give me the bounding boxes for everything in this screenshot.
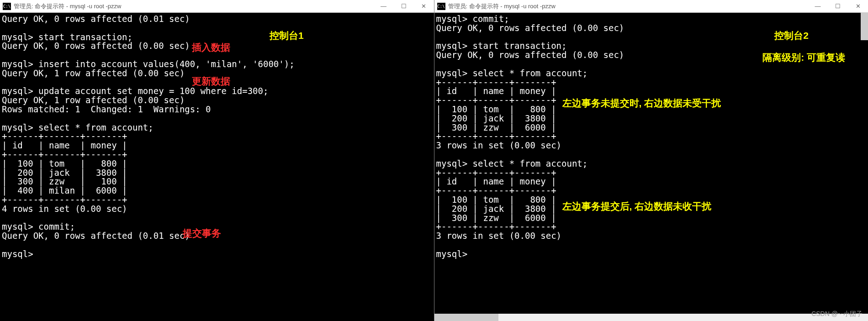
close-button[interactable]: ✕ (414, 0, 434, 13)
terminal-window-right: C:\ 管理员: 命令提示符 - mysql -u root -pzzw — ☐… (434, 0, 868, 321)
window-title: 管理员: 命令提示符 - mysql -u root -pzzw (14, 2, 374, 11)
annotation-after-commit: 左边事务提交后, 右边数据未收干扰 (562, 200, 712, 213)
window-title: 管理员: 命令提示符 - mysql -u root -pzzw (448, 2, 808, 11)
terminal-output-left[interactable]: Query OK, 0 rows affected (0.01 sec) mys… (0, 13, 434, 321)
scrollbar-vertical[interactable] (861, 13, 868, 40)
annotation-console-2: 控制台2 (774, 29, 809, 42)
annotation-insert: 插入数据 (192, 41, 230, 54)
annotation-update: 更新数据 (192, 75, 230, 88)
scrollbar-horizontal[interactable] (434, 314, 868, 321)
scrollbar-thumb[interactable] (434, 314, 498, 321)
annotation-console-1: 控制台1 (270, 29, 304, 42)
minimize-button[interactable]: — (374, 0, 394, 13)
cmd-icon: C:\ (437, 3, 445, 10)
minimize-button[interactable]: — (808, 0, 828, 13)
titlebar-left[interactable]: C:\ 管理员: 命令提示符 - mysql -u root -pzzw — ☐… (0, 0, 434, 13)
watermark: CSDN @~ 小团子 (811, 310, 863, 318)
close-button[interactable]: ✕ (848, 0, 868, 13)
maximize-button[interactable]: ☐ (394, 0, 414, 13)
titlebar-right[interactable]: C:\ 管理员: 命令提示符 - mysql -u root -pzzw — ☐… (434, 0, 868, 13)
annotation-before-commit: 左边事务未提交时, 右边数据未受干扰 (562, 97, 721, 110)
cmd-icon: C:\ (3, 3, 11, 10)
terminal-window-left: C:\ 管理员: 命令提示符 - mysql -u root -pzzw — ☐… (0, 0, 434, 321)
maximize-button[interactable]: ☐ (828, 0, 848, 13)
annotation-commit: 提交事务 (183, 227, 221, 240)
annotation-isolation: 隔离级别: 可重复读 (762, 51, 845, 64)
